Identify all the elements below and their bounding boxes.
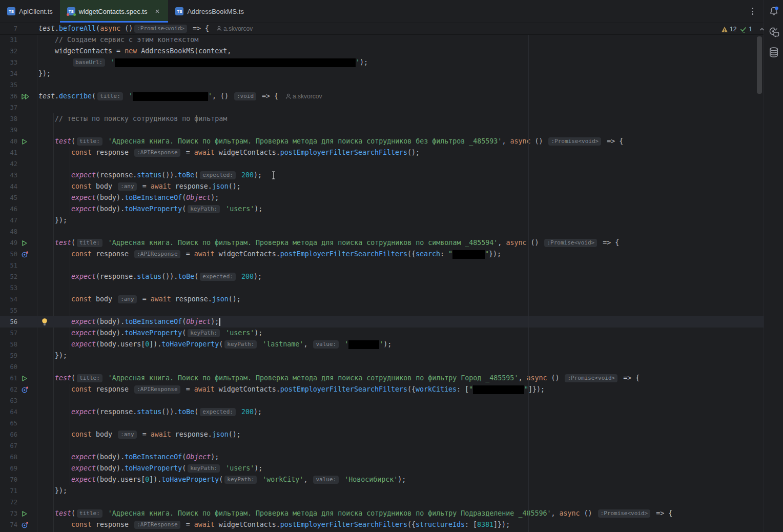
code-line-54[interactable]: 54 const body :any = await response.json… [0,294,764,305]
code-token: ); [211,194,219,201]
code-text: const body :any = await response.json(); [38,429,241,440]
code-line-74[interactable]: 74 const response :APIResponse = await w… [0,519,764,530]
database-icon[interactable] [768,46,780,58]
endpoint-icon[interactable] [21,386,29,394]
code-token: async [510,137,530,145]
code-line-55[interactable]: 55 [0,305,764,316]
code-token: ' [356,58,360,66]
code-line-66[interactable]: 66 const body :any = await response.json… [0,429,764,440]
line-number: 68 [0,452,17,463]
check-icon [739,26,747,33]
code-token: ({ [407,521,416,528]
code-line-35[interactable]: 35 [0,79,764,91]
code-line-44[interactable]: 44 const body :any = await response.json… [0,181,764,192]
code-line-65[interactable]: 65 [0,418,764,429]
code-line-32[interactable]: 32 widgetContacts = new AddressBookMS(co… [0,46,764,57]
code-line-45[interactable]: 45 expect(body).toBeInstanceOf(Object); [0,192,764,203]
gutter-icon-slot [17,249,38,260]
endpoint-icon[interactable] [21,251,29,258]
code-token: () [120,25,133,32]
code-line-53[interactable]: 53 [0,282,764,294]
code-token: ); [383,340,392,348]
code-token: await [151,431,171,438]
code-editor[interactable]: 31 // Создаем сервис с этим контекстом32… [0,34,764,532]
code-token: response. [171,295,212,303]
code-line-46[interactable]: 46 expect(body).toHaveProperty(keyPath: … [0,203,764,215]
run-all-tests-icon[interactable] [21,93,30,100]
tab-ApiClient.ts[interactable]: TSApiClient.ts [0,0,60,23]
line-number: 38 [0,113,17,125]
run-test-icon[interactable] [21,240,28,247]
code-line-63[interactable]: 63 [0,395,764,406]
code-line-48[interactable]: 48 [0,226,764,237]
code-line-36[interactable]: 36test.describe(title: '', () :void => {… [0,91,764,102]
code-token: " [524,385,528,393]
code-line-49[interactable]: 49 test(title: 'Адресная книга. Поиск по… [0,237,764,249]
code-token: 'Адресная книга. Поиск по фильтрам. Пров… [108,239,498,247]
code-author-annotation[interactable]: a.skvorcov [285,93,322,100]
code-line-64[interactable]: 64 expect(response.status()).toBe(expect… [0,406,764,418]
code-token: expect [71,408,96,416]
code-line-47[interactable]: 47 }); [0,215,764,226]
inspections-widget: 12 1 [721,25,779,34]
code-line-50[interactable]: 50 const response :APIResponse = await w… [0,249,764,260]
code-author-annotation[interactable]: a.skvorcov [216,25,253,32]
code-line-71[interactable]: 71 }); [0,485,764,497]
code-line-37[interactable]: 37 [0,102,764,113]
code-token: () [530,137,547,145]
close-tab-icon[interactable] [154,8,161,15]
code-line-51[interactable]: 51 [0,260,764,271]
run-test-icon[interactable] [21,510,28,517]
code-line-52[interactable]: 52 expect(response.status()).toBe(expect… [0,271,764,282]
code-line-38[interactable]: 38 // тесты по поиску сотрудников по фил… [0,113,764,125]
passed-group[interactable]: 1 [739,26,752,33]
code-line-57[interactable]: 57 expect(body).toHaveProperty(keyPath: … [0,328,764,339]
code-line-42[interactable]: 42 [0,158,764,170]
sticky-header-line[interactable]: 7test.beforeAll(async ():Promise<void> =… [0,23,764,34]
previous-problem-chevron-up-icon[interactable] [758,26,766,33]
tab-AddressBookMS.ts[interactable]: TSAddressBookMS.ts [168,0,251,23]
line-number: 65 [0,418,17,429]
vertical-scrollbar-thumb[interactable] [757,36,762,94]
code-line-67[interactable]: 67 [0,440,764,452]
warnings-group[interactable]: 12 [721,26,736,33]
code-line-62[interactable]: 62 const response :APIResponse = await w… [0,384,764,395]
code-token: 'Адресная книга. Поиск по фильтрам. Пров… [108,509,551,517]
code-token: ({ [407,250,416,258]
code-line-34[interactable]: 34}); [0,68,764,79]
run-test-icon[interactable] [21,138,28,145]
code-line-72[interactable]: 72 [0,497,764,508]
code-line-40[interactable]: 40 test(title: 'Адресная книга. Поиск по… [0,136,764,147]
code-line-33[interactable]: 33 baseUrl: ''); [0,57,764,68]
tab-widgetContacts.spec.ts[interactable]: TSwidgetContacts.spec.ts [60,0,169,23]
code-line-73[interactable]: 73 test(title: 'Адресная книга. Поиск по… [0,508,764,519]
code-line-39[interactable]: 39 [0,125,764,136]
gutter-icon-slot [17,271,38,282]
code-line-68[interactable]: 68 expect(body).toBeInstanceOf(Object); [0,452,764,463]
code-token: async [100,25,120,32]
notifications-bell-icon[interactable] [768,5,780,17]
code-token: . [55,92,59,100]
code-line-61[interactable]: 61 test(title: 'Адресная книга. Поиск по… [0,373,764,384]
code-line-58[interactable]: 58 expect(body.users[0]).toHaveProperty(… [0,339,764,350]
code-token: const [71,295,92,303]
code-line-41[interactable]: 41 const response :APIResponse = await w… [0,147,764,158]
code-line-31[interactable]: 31 // Создаем сервис с этим контекстом [0,34,764,46]
code-token: widgetContacts. [215,385,280,393]
code-line-7[interactable]: 7test.beforeAll(async ():Promise<void> =… [0,23,764,34]
endpoint-icon[interactable] [21,521,29,529]
warning-icon [721,26,728,33]
more-options-kebab-icon[interactable] [748,6,756,16]
code-line-43[interactable]: 43 expect(response.status()).toBe(expect… [0,170,764,181]
gutter-icon-slot [17,260,38,271]
next-problem-chevron-down-icon[interactable] [772,26,779,33]
code-token: postEmployerFilterSearchFilters [280,521,407,528]
run-test-icon[interactable] [21,375,28,382]
gutter-icon-slot [17,34,38,46]
code-line-60[interactable]: 60 [0,361,764,373]
code-line-69[interactable]: 69 expect(body).toHaveProperty(keyPath: … [0,463,764,474]
code-line-70[interactable]: 70 expect(body.users[0]).toHaveProperty(… [0,474,764,485]
gutter-icon-slot [17,237,38,249]
code-line-56[interactable]: 56 expect(body).toBeInstanceOf(Object); [0,316,764,328]
code-line-59[interactable]: 59 }); [0,350,764,361]
